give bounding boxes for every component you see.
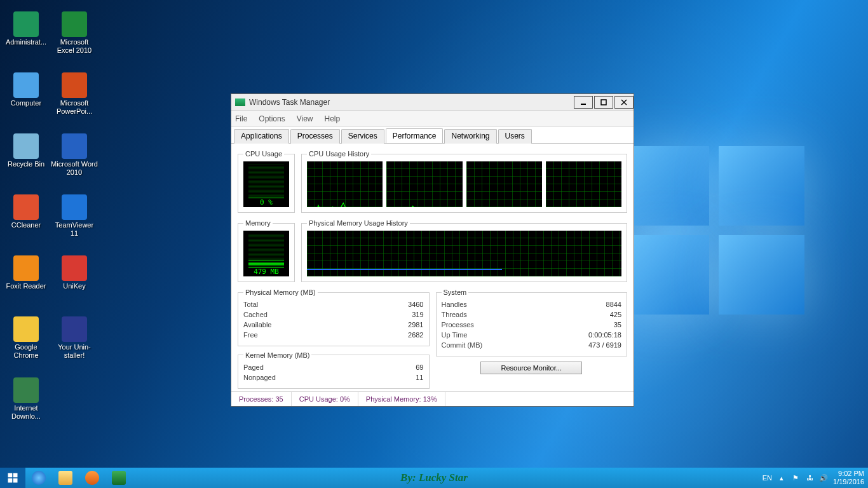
icon-label: CCleaner <box>3 221 50 229</box>
cpu-usage-box: CPU Usage 0 % <box>238 150 295 213</box>
tab-services[interactable]: Services <box>341 129 384 144</box>
icon-label: TeamViewer 11 <box>51 221 98 237</box>
app-icon <box>13 316 39 342</box>
icon-label: Computer <box>3 99 50 107</box>
memory-graph <box>307 231 621 276</box>
svg-rect-4 <box>8 473 13 478</box>
icon-label: Microsoft Word 2010 <box>51 160 98 176</box>
desktop-icon[interactable]: Your Unin-staller! <box>51 316 98 359</box>
tray-date: 1/19/2016 <box>833 478 864 486</box>
tray-network-icon[interactable]: 🖧 <box>805 473 814 482</box>
cpu-gauge: 0 % <box>243 161 289 207</box>
menu-help[interactable]: Help <box>325 114 341 123</box>
cpu-usage-value: 0 % <box>243 198 289 207</box>
close-button[interactable] <box>614 96 634 109</box>
desktop-icon[interactable]: Google Chrome <box>3 316 50 359</box>
tray-volume-icon[interactable]: 🔊 <box>819 473 828 482</box>
system-box: System Handles8844 Threads425 Processes3… <box>436 288 628 356</box>
phys-cached: 319 <box>412 310 423 320</box>
window-title: Windows Task Manager <box>249 98 330 107</box>
desktop-icon[interactable]: CCleaner <box>3 194 50 229</box>
desktop-icon[interactable]: Internet Downlo... <box>3 377 50 420</box>
tray-chevron-icon[interactable]: ▴ <box>777 473 786 482</box>
cpu-history-box: CPU Usage History <box>301 150 627 213</box>
desktop-icon[interactable]: Computer <box>3 72 50 107</box>
svg-rect-1 <box>601 100 606 105</box>
status-cpu: CPU Usage: 0% <box>292 392 358 406</box>
cpu-graph-1 <box>386 161 462 207</box>
cpu-graph-2 <box>466 161 542 207</box>
tray-time: 9:02 PM <box>833 470 864 478</box>
tab-processes[interactable]: Processes <box>290 129 340 144</box>
desktop-icon[interactable]: UniKey <box>51 255 98 290</box>
desktop-icon[interactable]: TeamViewer 11 <box>51 194 98 237</box>
desktop-icon[interactable]: Foxit Reader <box>3 255 50 290</box>
app-icon <box>235 98 245 106</box>
icon-label: Microsoft Excel 2010 <box>51 38 98 54</box>
desktop-icon[interactable]: Microsoft Word 2010 <box>51 133 98 176</box>
svg-rect-5 <box>13 473 18 478</box>
memory-value: 479 MB <box>243 268 289 276</box>
desktop-icon[interactable]: Microsoft Excel 2010 <box>51 11 98 54</box>
cpu-usage-label: CPU Usage <box>243 150 284 158</box>
app-icon <box>62 194 87 220</box>
phys-total: 3460 <box>408 300 423 310</box>
sys-threads: 425 <box>610 310 621 320</box>
svg-rect-7 <box>13 478 18 483</box>
tab-applications[interactable]: Applications <box>234 129 289 144</box>
physical-memory-box: Physical Memory (MB) Total3460 Cached319… <box>238 288 430 346</box>
statusbar: Processes: 35 CPU Usage: 0% Physical Mem… <box>231 391 634 406</box>
tab-performance[interactable]: Performance <box>386 128 444 143</box>
cpu-graph-3 <box>546 161 621 207</box>
minimize-button[interactable] <box>574 96 593 109</box>
menu-options[interactable]: Options <box>259 114 285 123</box>
kernel-memory-title: Kernel Memory (MB) <box>243 351 311 359</box>
status-memory: Physical Memory: 13% <box>358 392 445 406</box>
kernel-memory-box: Kernel Memory (MB) Paged69 Nonpaged11 <box>238 351 430 389</box>
app-icon <box>62 11 87 37</box>
tabs: ApplicationsProcessesServicesPerformance… <box>231 127 634 144</box>
app-icon <box>13 133 39 159</box>
taskbar: By: Lucky Star EN ▴ ⚑ 🖧 🔊 9:02 PM 1/19/2… <box>0 468 868 488</box>
taskbar-explorer[interactable] <box>52 468 79 488</box>
icon-label: Internet Downlo... <box>3 404 50 420</box>
tab-networking[interactable]: Networking <box>444 129 496 144</box>
taskbar-ie[interactable] <box>25 468 52 488</box>
icon-label: Administrat... <box>3 38 50 46</box>
taskbar-center-text: By: Lucky Star <box>400 471 468 484</box>
app-icon <box>62 133 87 159</box>
kernel-nonpaged: 11 <box>416 373 423 383</box>
start-button[interactable] <box>0 468 25 488</box>
svg-rect-0 <box>581 104 586 105</box>
memory-history-label: Physical Memory Usage History <box>307 219 410 227</box>
tab-users[interactable]: Users <box>498 129 532 144</box>
tray-language[interactable]: EN <box>763 474 772 482</box>
app-icon <box>13 194 39 220</box>
maximize-button[interactable] <box>594 96 613 109</box>
resource-monitor-button[interactable]: Resource Monitor... <box>480 362 582 374</box>
icon-label: UniKey <box>51 282 98 290</box>
desktop-icon[interactable]: Administrat... <box>3 11 50 46</box>
app-icon <box>62 255 87 281</box>
titlebar[interactable]: Windows Task Manager <box>231 94 634 111</box>
task-manager-window: Windows Task Manager FileOptionsViewHelp… <box>231 93 634 407</box>
icon-label: Recycle Bin <box>3 160 50 168</box>
phys-free: 2682 <box>408 330 423 341</box>
desktop-icon[interactable]: Recycle Bin <box>3 133 50 168</box>
sys-uptime: 0:00:05:18 <box>588 330 621 341</box>
desktop-icon[interactable]: Microsoft PowerPoi... <box>51 72 98 115</box>
cpu-graph-0 <box>307 161 383 207</box>
phys-available: 2981 <box>408 320 423 330</box>
system-title: System <box>442 288 469 296</box>
tray-clock[interactable]: 9:02 PM 1/19/2016 <box>833 470 864 485</box>
icon-label: Your Unin-staller! <box>51 343 98 359</box>
menu-file[interactable]: File <box>235 114 247 123</box>
app-icon <box>62 316 87 342</box>
taskbar-mediaplayer[interactable] <box>79 468 105 488</box>
menu-view[interactable]: View <box>297 114 313 123</box>
app-icon <box>62 72 87 98</box>
kernel-paged: 69 <box>416 363 423 373</box>
tray-action-center-icon[interactable]: ⚑ <box>791 473 800 482</box>
taskbar-taskmanager[interactable] <box>105 468 132 488</box>
cpu-history-label: CPU Usage History <box>307 150 371 158</box>
